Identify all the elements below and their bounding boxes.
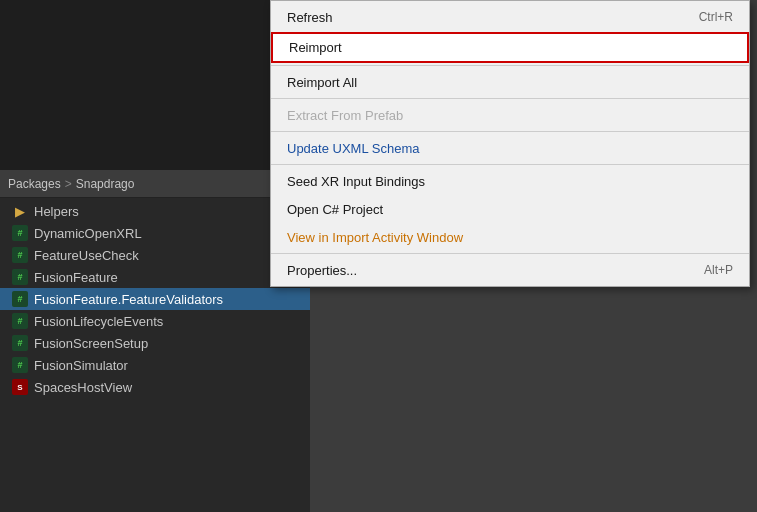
menu-item-label: View in Import Activity Window <box>287 230 463 245</box>
list-item[interactable]: # FusionScreenSetup <box>0 332 310 354</box>
menu-item-seed-xr-input[interactable]: Seed XR Input Bindings <box>271 167 749 195</box>
menu-item-extract-from-prefab: Extract From Prefab <box>271 101 749 129</box>
context-menu: Refresh Ctrl+R Reimport Reimport All Ext… <box>270 0 750 287</box>
menu-item-reimport[interactable]: Reimport <box>271 32 749 63</box>
menu-item-label: Extract From Prefab <box>287 108 403 123</box>
cs-icon: # <box>12 269 28 285</box>
file-item-label: FusionFeature.FeatureValidators <box>34 292 223 307</box>
top-panel <box>0 0 310 170</box>
file-item-label: SpacesHostView <box>34 380 132 395</box>
breadcrumb-packages[interactable]: Packages <box>8 177 61 191</box>
breadcrumb: Packages > Snapdrago <box>0 170 310 198</box>
menu-item-label: Reimport <box>289 40 342 55</box>
list-item[interactable]: # FeatureUseCheck <box>0 244 310 266</box>
file-item-label: DynamicOpenXRL <box>34 226 142 241</box>
cs-icon: # <box>12 357 28 373</box>
file-item-label: FeatureUseCheck <box>34 248 139 263</box>
breadcrumb-separator: > <box>65 177 72 191</box>
file-tree-panel: Packages > Snapdrago ▶ Helpers # Dynamic… <box>0 170 310 512</box>
menu-item-properties[interactable]: Properties... Alt+P <box>271 256 749 284</box>
menu-separator <box>271 253 749 254</box>
file-item-label: FusionSimulator <box>34 358 128 373</box>
breadcrumb-snapdragon[interactable]: Snapdrago <box>76 177 135 191</box>
list-item[interactable]: # FusionFeature <box>0 266 310 288</box>
special-icon: S <box>12 379 28 395</box>
file-list: ▶ Helpers # DynamicOpenXRL # FeatureUseC… <box>0 198 310 400</box>
file-item-label: Helpers <box>34 204 79 219</box>
menu-item-label: Seed XR Input Bindings <box>287 174 425 189</box>
menu-item-refresh[interactable]: Refresh Ctrl+R <box>271 3 749 31</box>
list-item-selected[interactable]: # FusionFeature.FeatureValidators <box>0 288 310 310</box>
cs-icon: # <box>12 225 28 241</box>
list-item[interactable]: ▶ Helpers <box>0 200 310 222</box>
list-item[interactable]: # FusionSimulator <box>0 354 310 376</box>
menu-item-label: Open C# Project <box>287 202 383 217</box>
menu-shortcut: Ctrl+R <box>699 10 733 24</box>
list-item[interactable]: # FusionLifecycleEvents <box>0 310 310 332</box>
menu-separator <box>271 65 749 66</box>
file-item-label: FusionFeature <box>34 270 118 285</box>
file-item-label: FusionScreenSetup <box>34 336 148 351</box>
menu-item-reimport-all[interactable]: Reimport All <box>271 68 749 96</box>
menu-separator <box>271 98 749 99</box>
menu-separator <box>271 164 749 165</box>
menu-separator <box>271 131 749 132</box>
menu-item-label: Update UXML Schema <box>287 141 419 156</box>
menu-item-view-import-activity[interactable]: View in Import Activity Window <box>271 223 749 251</box>
cs-icon: # <box>12 335 28 351</box>
menu-shortcut: Alt+P <box>704 263 733 277</box>
list-item[interactable]: # DynamicOpenXRL <box>0 222 310 244</box>
menu-item-open-csharp[interactable]: Open C# Project <box>271 195 749 223</box>
cs-icon: # <box>12 247 28 263</box>
menu-item-label: Refresh <box>287 10 333 25</box>
menu-item-label: Reimport All <box>287 75 357 90</box>
cs-icon: # <box>12 313 28 329</box>
folder-icon: ▶ <box>12 203 28 219</box>
file-item-label: FusionLifecycleEvents <box>34 314 163 329</box>
cs-icon: # <box>12 291 28 307</box>
menu-item-update-uxml-schema[interactable]: Update UXML Schema <box>271 134 749 162</box>
list-item[interactable]: S SpacesHostView <box>0 376 310 398</box>
menu-item-label: Properties... <box>287 263 357 278</box>
